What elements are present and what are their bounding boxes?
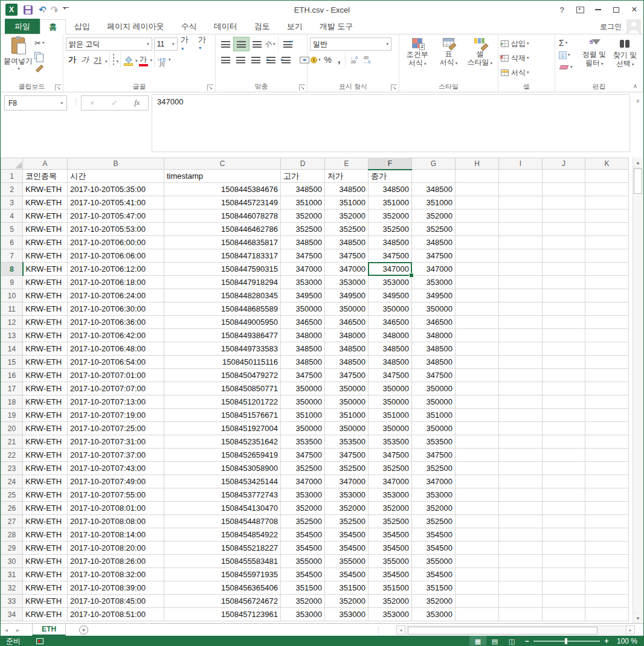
cell-B1[interactable]: 시간	[68, 170, 164, 183]
cell-A25[interactable]: KRW-ETH	[23, 488, 68, 502]
cell-I34[interactable]	[499, 608, 543, 621]
cell-K19[interactable]	[585, 409, 629, 422]
font-name-select[interactable]: 맑은 고딕▾	[66, 37, 152, 51]
row-header-22[interactable]: 22	[1, 449, 23, 462]
cell-C10[interactable]: 1508448280345	[164, 289, 281, 302]
tab-view[interactable]: 보기	[279, 19, 311, 34]
cell-C18[interactable]: 1508451201722	[164, 395, 281, 409]
cell-K12[interactable]	[585, 316, 629, 329]
cell-K9[interactable]	[585, 276, 629, 289]
cell-B27[interactable]: 2017-10-20T08:08:00	[68, 515, 164, 528]
cell-C26[interactable]: 1508454130470	[164, 502, 281, 515]
cell-B20[interactable]: 2017-10-20T07:25:00	[68, 422, 164, 435]
cell-K28[interactable]	[585, 528, 629, 542]
cell-E33[interactable]: 352000	[325, 595, 369, 608]
row-header-33[interactable]: 33	[1, 595, 23, 608]
cell-G19[interactable]: 351000	[412, 409, 456, 422]
cell-B17[interactable]: 2017-10-20T07:07:00	[68, 382, 164, 395]
name-box[interactable]: F8▾	[4, 95, 67, 110]
cell-J7[interactable]	[543, 249, 585, 263]
cell-C31[interactable]: 1508455971935	[164, 568, 281, 581]
cell-G8[interactable]: 347000	[412, 263, 456, 276]
cell-F25[interactable]: 353000	[369, 488, 412, 502]
cell-H20[interactable]	[456, 422, 499, 435]
cell-C7[interactable]: 1508447183317	[164, 249, 281, 263]
cell-I24[interactable]	[499, 475, 543, 488]
cell-F3[interactable]: 351000	[369, 196, 412, 209]
cell-J4[interactable]	[543, 209, 585, 223]
cell-C25[interactable]: 1508453772743	[164, 488, 281, 502]
cell-A3[interactable]: KRW-ETH	[23, 196, 68, 209]
cell-A32[interactable]: KRW-ETH	[23, 581, 68, 595]
dialog-launcher-icon[interactable]: ↘	[299, 85, 305, 91]
increase-decimal-button[interactable]: ←.0.00	[347, 56, 360, 64]
cell-D5[interactable]: 352500	[281, 223, 325, 236]
cell-H26[interactable]	[456, 502, 499, 515]
zoom-slider-thumb[interactable]	[565, 638, 567, 644]
page-break-view-button[interactable]: ◫	[503, 636, 520, 646]
cell-F21[interactable]: 353500	[369, 435, 412, 449]
cell-G3[interactable]: 351000	[412, 196, 456, 209]
cell-A23[interactable]: KRW-ETH	[23, 462, 68, 475]
tab-page-layout[interactable]: 페이지 레이아웃	[98, 19, 173, 34]
cell-H24[interactable]	[456, 475, 499, 488]
cell-K33[interactable]	[585, 595, 629, 608]
row-header-29[interactable]: 29	[1, 542, 23, 555]
cell-E10[interactable]: 349500	[325, 289, 369, 302]
cell-D14[interactable]: 348500	[281, 342, 325, 356]
tab-developer[interactable]: 개발 도구	[311, 19, 362, 34]
cell-G13[interactable]: 348000	[412, 329, 456, 342]
cell-J6[interactable]	[543, 236, 585, 249]
decrease-indent-button[interactable]	[263, 53, 279, 67]
cell-F31[interactable]: 354500	[369, 568, 412, 581]
cell-G9[interactable]: 353000	[412, 276, 456, 289]
cell-F22[interactable]: 347500	[369, 449, 412, 462]
cell-E15[interactable]: 348500	[325, 356, 369, 369]
cell-J13[interactable]	[543, 329, 585, 342]
copy-button[interactable]: ▾	[33, 50, 46, 61]
row-header-17[interactable]: 17	[1, 382, 23, 395]
cell-H12[interactable]	[456, 316, 499, 329]
cell-H18[interactable]	[456, 395, 499, 409]
cell-I10[interactable]	[499, 289, 543, 302]
shrink-font-button[interactable]: 가▼	[195, 34, 213, 54]
cell-J1[interactable]	[543, 170, 585, 183]
row-header-5[interactable]: 5	[1, 223, 23, 236]
cell-H30[interactable]	[456, 555, 499, 568]
cell-B3[interactable]: 2017-10-20T05:41:00	[68, 196, 164, 209]
cell-E21[interactable]: 353500	[325, 435, 369, 449]
cell-J19[interactable]	[543, 409, 585, 422]
cell-H16[interactable]	[456, 369, 499, 382]
cell-B15[interactable]: 2017-10-20T06:54:00	[68, 356, 164, 369]
cell-H29[interactable]	[456, 542, 499, 555]
row-header-11[interactable]: 11	[1, 302, 23, 316]
percent-style-button[interactable]: %	[321, 55, 335, 65]
help-button[interactable]: ?	[553, 1, 571, 19]
row-header-18[interactable]: 18	[1, 395, 23, 409]
row-header-15[interactable]: 15	[1, 356, 23, 369]
cell-F13[interactable]: 348000	[369, 329, 412, 342]
cell-C27[interactable]: 1508454487708	[164, 515, 281, 528]
cell-E23[interactable]: 352500	[325, 462, 369, 475]
cell-J22[interactable]	[543, 449, 585, 462]
cell-A34[interactable]: KRW-ETH	[23, 608, 68, 621]
cell-D34[interactable]: 353000	[281, 608, 325, 621]
cell-I2[interactable]	[499, 183, 543, 196]
cell-C13[interactable]: 1508449386477	[164, 329, 281, 342]
clear-button[interactable]: ▾	[558, 62, 579, 72]
cell-E20[interactable]: 350000	[325, 422, 369, 435]
cell-J14[interactable]	[543, 342, 585, 356]
cell-B6[interactable]: 2017-10-20T06:00:00	[68, 236, 164, 249]
row-header-31[interactable]: 31	[1, 568, 23, 581]
cell-C16[interactable]: 1508450479272	[164, 369, 281, 382]
cell-G12[interactable]: 346500	[412, 316, 456, 329]
cell-E34[interactable]: 353000	[325, 608, 369, 621]
zoom-in-button[interactable]: +	[600, 637, 613, 645]
cell-E12[interactable]: 346500	[325, 316, 369, 329]
cell-A19[interactable]: KRW-ETH	[23, 409, 68, 422]
cell-A10[interactable]: KRW-ETH	[23, 289, 68, 302]
cell-B32[interactable]: 2017-10-20T08:39:00	[68, 581, 164, 595]
insert-cells-button[interactable]: 삽입▾	[501, 36, 552, 51]
tab-review[interactable]: 검토	[246, 19, 279, 34]
horizontal-scroll-track[interactable]	[405, 625, 626, 635]
